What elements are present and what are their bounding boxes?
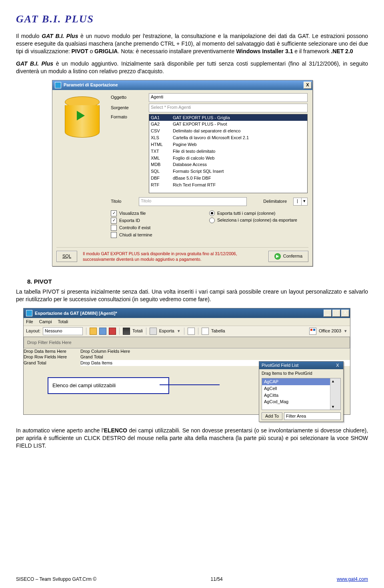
intro-paragraph-2: GAT B.I. Plus è un modulo aggiuntivo. In…: [16, 60, 368, 75]
delete-icon[interactable]: [109, 328, 116, 335]
field-item[interactable]: AgCod_Mag: [262, 398, 340, 405]
maximize-button[interactable]: □: [332, 310, 340, 317]
cell: DBF: [151, 175, 173, 181]
label: Seleziona i campi (colonne) da esportare: [217, 217, 297, 223]
callout-text: Elenco dei campi utilizzabili: [52, 382, 116, 389]
addto-button[interactable]: Add To: [262, 412, 282, 420]
formato-row[interactable]: RTFRich Text Format RTF: [149, 182, 307, 188]
text: . Nota: è necessario installare preventi…: [118, 48, 236, 54]
product-name: GAT B.I. Plus: [16, 60, 53, 67]
pivot-row-drop[interactable]: Drop Row Fields Here: [24, 354, 80, 360]
text: In automatico viene aperto anche l': [16, 427, 104, 434]
kw-wininst: Windows Installer 3.1: [236, 48, 293, 54]
play-icon: [274, 253, 281, 260]
oggetto-field[interactable]: Agenti: [149, 93, 308, 102]
label-sorgente: Sorgente: [111, 105, 149, 111]
cell: Rich Text Format RTF: [173, 182, 216, 188]
formato-row[interactable]: GA2GAT EXPORT PLUS - Pivot: [149, 121, 307, 128]
product-name: GAT B.I. Plus: [42, 33, 78, 39]
formato-row[interactable]: HTMLPagine Web: [149, 141, 307, 148]
chevron-down-icon[interactable]: ▾: [301, 198, 307, 205]
pivot-column-drop[interactable]: Drop Column Fields Here: [80, 348, 350, 354]
sorgente-field[interactable]: Select * From Agenti: [149, 104, 308, 112]
formato-row[interactable]: CSVDelimitato dal separatore di elenco: [149, 128, 307, 134]
cell: TXT: [151, 148, 173, 154]
close-button[interactable]: X: [334, 362, 341, 368]
menu-totali[interactable]: Totali: [58, 319, 68, 324]
checkbox-controllo-if-exist[interactable]: Controllo if exist: [111, 225, 209, 231]
pivot-fieldlist[interactable]: PivotGrid Field List X Drag Items to the…: [259, 361, 344, 422]
formato-row[interactable]: MDBDatabase Access: [149, 161, 307, 168]
pivot-data-drop[interactable]: Drop Data Items Here: [24, 348, 80, 354]
delimiter-value: |: [294, 198, 301, 205]
close-button[interactable]: X: [341, 310, 349, 317]
cell: RTF: [151, 182, 173, 188]
open-icon[interactable]: [90, 328, 97, 335]
dialog-titlebar[interactable]: Parametri di Esportazione X: [52, 80, 312, 90]
esporta-label[interactable]: Esporta: [159, 328, 174, 334]
formato-selected-row[interactable]: GA1 GAT EXPORT PLUS - Griglia: [149, 114, 307, 121]
cell: GAT EXPORT PLUS - Griglia: [173, 115, 230, 121]
database-icon: [65, 96, 99, 136]
label: SQL: [62, 253, 71, 259]
fieldlist-titlebar[interactable]: PivotGrid Field List X: [259, 362, 343, 369]
export-icon[interactable]: [150, 328, 157, 335]
close-button[interactable]: X: [304, 82, 312, 89]
checkbox-chiudi-termine[interactable]: Chiudi al termine: [111, 232, 209, 238]
fieldlist-hint: Drag Items to the PivotGrid: [259, 369, 343, 377]
menu-file[interactable]: File: [26, 319, 33, 324]
cell: SQL: [151, 168, 173, 174]
formato-row[interactable]: XLSCartella di lavoro di Microsoft Excel…: [149, 134, 307, 141]
office-label[interactable]: Office 2003: [319, 328, 341, 334]
field-item[interactable]: AgCAP: [262, 378, 340, 385]
totali-icon[interactable]: [123, 328, 130, 335]
formato-row[interactable]: TXTFile di testo delimitato: [149, 148, 307, 155]
field-item[interactable]: AgCell: [262, 385, 340, 392]
label-oggetto: Oggetto: [111, 94, 149, 100]
cell: HTML: [151, 142, 173, 148]
kw-griglia: GRIGLIA: [94, 48, 118, 54]
cell: dBase 5.0 File DBF: [173, 175, 211, 181]
pivot-export-window: Esportazione da GAT [ADMIN] [Agenti]* _ …: [23, 308, 350, 415]
pivot-grand-total-row: Grand Total: [24, 360, 80, 366]
cell: GA1: [151, 115, 173, 121]
cell: XML: [151, 155, 173, 161]
totali-label[interactable]: Totali: [132, 328, 143, 334]
sql-button[interactable]: SQL: [56, 251, 77, 262]
minimize-button[interactable]: _: [324, 310, 332, 317]
scrollbar[interactable]: [330, 378, 340, 410]
radio-esporta-tutti[interactable]: Esporta tutti i campi (colonne): [209, 210, 308, 216]
table-icon[interactable]: [202, 328, 209, 335]
kw-elenco: ELENCO: [104, 427, 127, 434]
dialog-left-image: [52, 90, 111, 244]
conferma-button[interactable]: Conferma: [268, 251, 308, 262]
layout-combo[interactable]: Nessuno: [43, 327, 83, 335]
text: e il framework: [293, 48, 331, 54]
formato-row[interactable]: DBFdBase 5.0 File DBF: [149, 175, 307, 182]
field-item[interactable]: AgCitta: [262, 392, 340, 399]
sql-icon[interactable]: [188, 328, 195, 335]
section-8-heading: 8. PIVOT: [27, 278, 368, 286]
chevron-down-icon[interactable]: ▾: [177, 328, 181, 334]
checkbox-esporta-id[interactable]: ✓Esporta ID: [111, 218, 209, 224]
radio-seleziona-campi[interactable]: Seleziona i campi (colonne) da esportare: [209, 217, 308, 223]
fieldlist-items[interactable]: AgCAP AgCell AgCitta AgCod_Mag: [262, 378, 341, 410]
titolo-input[interactable]: Titolo: [139, 197, 247, 206]
area-select[interactable]: Filter Area: [284, 412, 341, 420]
delimiter-combo[interactable]: | ▾: [293, 198, 308, 206]
checkbox-visualizza-file[interactable]: ✓Visualizza file: [111, 210, 209, 216]
save-icon[interactable]: [99, 328, 106, 335]
chevron-down-icon[interactable]: ▾: [344, 328, 348, 334]
menubar[interactable]: File Campi Totali: [24, 318, 350, 326]
pivot-filter-drop[interactable]: Drop Filter Fields Here: [24, 337, 350, 348]
office-icon[interactable]: [309, 328, 316, 335]
window-titlebar[interactable]: Esportazione da GAT [ADMIN] [Agenti]* _ …: [24, 308, 350, 318]
callout-box: Elenco dei campi utilizzabili: [48, 377, 169, 394]
export-params-dialog: Parametri di Esportazione X Oggetto Agen…: [52, 80, 313, 266]
formato-row[interactable]: XMLFoglio di calcolo Web: [149, 155, 307, 162]
cell: Formato Script SQL Insert: [173, 168, 224, 174]
tabella-label[interactable]: Tabella: [211, 328, 225, 334]
formato-row[interactable]: SQLFormato Script SQL Insert: [149, 168, 307, 175]
formato-listbox[interactable]: GA1 GAT EXPORT PLUS - Griglia GA2GAT EXP…: [149, 114, 308, 193]
menu-campi[interactable]: Campi: [39, 319, 52, 324]
